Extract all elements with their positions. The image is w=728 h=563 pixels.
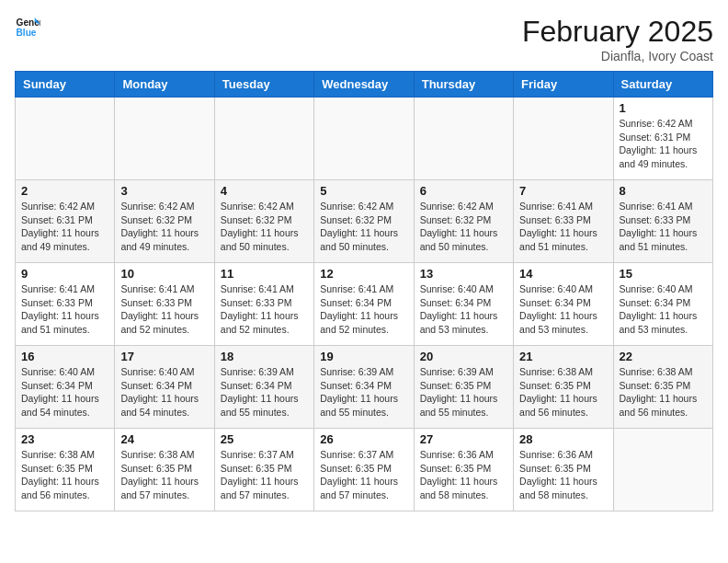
calendar-day-cell: 18Sunrise: 6:39 AM Sunset: 6:34 PM Dayli… <box>214 346 313 429</box>
day-info: Sunrise: 6:42 AM Sunset: 6:31 PM Dayligh… <box>21 200 108 254</box>
day-number: 19 <box>320 350 407 363</box>
calendar-day-cell: 14Sunrise: 6:40 AM Sunset: 6:34 PM Dayli… <box>514 263 613 346</box>
day-number: 16 <box>21 350 108 363</box>
day-number: 9 <box>21 267 108 281</box>
day-number: 7 <box>519 184 607 198</box>
calendar-day-cell <box>414 98 513 180</box>
calendar-week-row: 16Sunrise: 6:40 AM Sunset: 6:34 PM Dayli… <box>16 346 713 429</box>
day-info: Sunrise: 6:41 AM Sunset: 6:33 PM Dayligh… <box>620 200 707 254</box>
calendar-day-cell: 16Sunrise: 6:40 AM Sunset: 6:34 PM Dayli… <box>16 346 115 429</box>
calendar-day-cell: 23Sunrise: 6:38 AM Sunset: 6:35 PM Dayli… <box>16 429 115 511</box>
calendar-day-cell <box>314 98 414 180</box>
calendar-day-cell <box>115 98 214 180</box>
day-info: Sunrise: 6:38 AM Sunset: 6:35 PM Dayligh… <box>519 365 607 419</box>
day-number: 13 <box>420 267 507 281</box>
calendar-day-cell: 6Sunrise: 6:42 AM Sunset: 6:32 PM Daylig… <box>414 180 513 263</box>
day-info: Sunrise: 6:36 AM Sunset: 6:35 PM Dayligh… <box>420 448 507 502</box>
weekday-header: Monday <box>115 72 214 98</box>
day-number: 26 <box>320 432 407 446</box>
day-number: 25 <box>221 432 308 446</box>
day-number: 17 <box>120 350 208 363</box>
calendar-day-cell: 24Sunrise: 6:38 AM Sunset: 6:35 PM Dayli… <box>115 429 214 511</box>
calendar-day-cell: 7Sunrise: 6:41 AM Sunset: 6:33 PM Daylig… <box>514 180 613 263</box>
day-info: Sunrise: 6:41 AM Sunset: 6:33 PM Dayligh… <box>120 282 208 337</box>
day-info: Sunrise: 6:40 AM Sunset: 6:34 PM Dayligh… <box>21 365 108 419</box>
day-number: 14 <box>519 267 607 281</box>
day-info: Sunrise: 6:39 AM Sunset: 6:34 PM Dayligh… <box>320 365 407 419</box>
calendar-day-cell: 17Sunrise: 6:40 AM Sunset: 6:34 PM Dayli… <box>115 346 214 429</box>
day-info: Sunrise: 6:42 AM Sunset: 6:32 PM Dayligh… <box>320 200 407 254</box>
day-number: 8 <box>620 184 707 198</box>
day-info: Sunrise: 6:38 AM Sunset: 6:35 PM Dayligh… <box>120 448 208 502</box>
day-info: Sunrise: 6:38 AM Sunset: 6:35 PM Dayligh… <box>21 448 108 502</box>
day-info: Sunrise: 6:38 AM Sunset: 6:35 PM Dayligh… <box>620 365 707 419</box>
svg-text:General: General <box>17 17 40 28</box>
day-number: 27 <box>420 432 507 446</box>
month-title: February 2025 <box>522 15 713 49</box>
svg-text:Blue: Blue <box>17 28 37 38</box>
calendar-day-cell: 4Sunrise: 6:42 AM Sunset: 6:32 PM Daylig… <box>214 180 313 263</box>
day-info: Sunrise: 6:36 AM Sunset: 6:35 PM Dayligh… <box>519 448 607 502</box>
day-info: Sunrise: 6:42 AM Sunset: 6:32 PM Dayligh… <box>420 200 507 254</box>
calendar-week-row: 2Sunrise: 6:42 AM Sunset: 6:31 PM Daylig… <box>16 180 713 263</box>
calendar-day-cell: 21Sunrise: 6:38 AM Sunset: 6:35 PM Dayli… <box>514 346 613 429</box>
calendar-table: SundayMondayTuesdayWednesdayThursdayFrid… <box>15 71 713 511</box>
day-number: 22 <box>620 350 707 363</box>
day-info: Sunrise: 6:39 AM Sunset: 6:34 PM Dayligh… <box>221 365 308 419</box>
weekday-header: Tuesday <box>214 72 313 98</box>
day-info: Sunrise: 6:40 AM Sunset: 6:34 PM Dayligh… <box>420 282 507 337</box>
day-info: Sunrise: 6:42 AM Sunset: 6:31 PM Dayligh… <box>620 117 707 171</box>
day-info: Sunrise: 6:37 AM Sunset: 6:35 PM Dayligh… <box>320 448 407 502</box>
day-number: 20 <box>420 350 507 363</box>
calendar-day-cell: 1Sunrise: 6:42 AM Sunset: 6:31 PM Daylig… <box>613 98 712 180</box>
weekday-header: Saturday <box>613 72 712 98</box>
day-info: Sunrise: 6:37 AM Sunset: 6:35 PM Dayligh… <box>221 448 308 502</box>
calendar-day-cell: 9Sunrise: 6:41 AM Sunset: 6:33 PM Daylig… <box>16 263 115 346</box>
day-info: Sunrise: 6:42 AM Sunset: 6:32 PM Dayligh… <box>120 200 208 254</box>
calendar-day-cell: 27Sunrise: 6:36 AM Sunset: 6:35 PM Dayli… <box>414 429 513 511</box>
day-number: 1 <box>620 101 707 115</box>
calendar-day-cell: 2Sunrise: 6:42 AM Sunset: 6:31 PM Daylig… <box>16 180 115 263</box>
day-info: Sunrise: 6:40 AM Sunset: 6:34 PM Dayligh… <box>120 365 208 419</box>
calendar-day-cell: 3Sunrise: 6:42 AM Sunset: 6:32 PM Daylig… <box>115 180 214 263</box>
day-info: Sunrise: 6:42 AM Sunset: 6:32 PM Dayligh… <box>221 200 308 254</box>
calendar-week-row: 9Sunrise: 6:41 AM Sunset: 6:33 PM Daylig… <box>16 263 713 346</box>
weekday-header: Wednesday <box>314 72 414 98</box>
calendar-day-cell: 25Sunrise: 6:37 AM Sunset: 6:35 PM Dayli… <box>214 429 313 511</box>
calendar-day-cell: 10Sunrise: 6:41 AM Sunset: 6:33 PM Dayli… <box>115 263 214 346</box>
day-number: 2 <box>21 184 108 198</box>
calendar-day-cell <box>613 429 712 511</box>
calendar-day-cell: 8Sunrise: 6:41 AM Sunset: 6:33 PM Daylig… <box>613 180 712 263</box>
weekday-header: Friday <box>514 72 613 98</box>
day-number: 5 <box>320 184 407 198</box>
day-number: 15 <box>620 267 707 281</box>
day-number: 11 <box>221 267 308 281</box>
day-number: 18 <box>221 350 308 363</box>
calendar-day-cell: 15Sunrise: 6:40 AM Sunset: 6:34 PM Dayli… <box>613 263 712 346</box>
calendar-day-cell: 22Sunrise: 6:38 AM Sunset: 6:35 PM Dayli… <box>613 346 712 429</box>
calendar-day-cell: 20Sunrise: 6:39 AM Sunset: 6:35 PM Dayli… <box>414 346 513 429</box>
day-number: 24 <box>120 432 208 446</box>
calendar-day-cell: 13Sunrise: 6:40 AM Sunset: 6:34 PM Dayli… <box>414 263 513 346</box>
weekday-header: Thursday <box>414 72 513 98</box>
title-block: February 2025 Dianfla, Ivory Coast <box>522 15 713 63</box>
day-number: 3 <box>120 184 208 198</box>
day-info: Sunrise: 6:41 AM Sunset: 6:33 PM Dayligh… <box>519 200 607 254</box>
day-number: 4 <box>221 184 308 198</box>
calendar-day-cell <box>16 98 115 180</box>
day-number: 28 <box>519 432 607 446</box>
weekday-header: Sunday <box>16 72 115 98</box>
calendar-day-cell: 26Sunrise: 6:37 AM Sunset: 6:35 PM Dayli… <box>314 429 414 511</box>
day-number: 6 <box>420 184 507 198</box>
calendar-week-row: 23Sunrise: 6:38 AM Sunset: 6:35 PM Dayli… <box>16 429 713 511</box>
page-header: General Blue February 2025 Dianfla, Ivor… <box>15 15 713 63</box>
calendar-week-row: 1Sunrise: 6:42 AM Sunset: 6:31 PM Daylig… <box>16 98 713 180</box>
calendar-day-cell: 5Sunrise: 6:42 AM Sunset: 6:32 PM Daylig… <box>314 180 414 263</box>
day-info: Sunrise: 6:41 AM Sunset: 6:33 PM Dayligh… <box>221 282 308 337</box>
day-number: 12 <box>320 267 407 281</box>
day-info: Sunrise: 6:39 AM Sunset: 6:35 PM Dayligh… <box>420 365 507 419</box>
logo-icon: General Blue <box>15 15 40 40</box>
day-info: Sunrise: 6:40 AM Sunset: 6:34 PM Dayligh… <box>519 282 607 337</box>
calendar-day-cell: 28Sunrise: 6:36 AM Sunset: 6:35 PM Dayli… <box>514 429 613 511</box>
location-subtitle: Dianfla, Ivory Coast <box>522 49 713 63</box>
